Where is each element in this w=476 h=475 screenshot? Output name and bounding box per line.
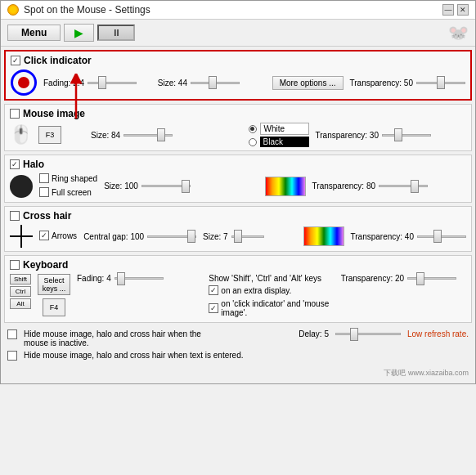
click-indicator-icon	[11, 69, 37, 96]
settings-window: Spot on the Mouse - Settings — ✕ Menu ▶ …	[0, 0, 476, 384]
arrows-row: Arrows	[39, 231, 77, 240]
halo-transparency-group: Transparency: 80	[312, 181, 466, 190]
keyboard-title: Keyboard	[23, 259, 68, 271]
select-keys-button[interactable]: Selectkeys ...	[38, 274, 70, 295]
black-label: Black	[260, 137, 309, 147]
white-label: White	[260, 123, 309, 135]
hide-inactive-checkbox[interactable]	[7, 329, 17, 339]
halo-size-label: Size: 100	[104, 181, 138, 190]
transparency-slider[interactable]	[416, 82, 465, 84]
select-keys-group: Selectkeys ... F4	[38, 274, 70, 316]
f4-box: F4	[43, 298, 65, 316]
crosshair-transparency-label: Transparency: 40	[351, 232, 414, 241]
crosshair-transparency-slider[interactable]	[417, 235, 466, 238]
bottom-section: Hide mouse image, halo and cross hair wh…	[4, 326, 472, 365]
toolbar: Menu ▶ II 🐭	[1, 20, 475, 47]
close-button[interactable]: ✕	[457, 4, 469, 16]
click-indicator-row: on 'click indicator' and 'mouse image'.	[209, 299, 334, 317]
fading-slider[interactable]	[88, 82, 137, 84]
halo-size-group: Size: 100	[104, 181, 258, 190]
full-screen-checkbox[interactable]	[39, 187, 49, 197]
click-indicator-checkbox[interactable]	[11, 56, 20, 65]
hide-inactive-label: Hide mouse image, halo and cross hair wh…	[24, 329, 292, 347]
on-click-label: on 'click indicator' and 'mouse image'.	[221, 299, 334, 317]
mouse-size-label: Size: 84	[91, 131, 120, 140]
crosshair-size-group: Size: 7	[203, 232, 296, 241]
delay-slider[interactable]	[335, 333, 401, 335]
key-labels-group: Shift Ctrl Alt	[10, 274, 31, 309]
keyboard-section: Keyboard Shift Ctrl Alt Selectkeys ... F…	[4, 255, 472, 323]
mouse-size-slider[interactable]	[123, 134, 173, 137]
central-gap-slider[interactable]	[147, 235, 196, 238]
ring-shaped-checkbox[interactable]	[39, 173, 49, 183]
title-bar: Spot on the Mouse - Settings — ✕	[1, 1, 475, 20]
arrows-checkbox[interactable]	[39, 231, 49, 240]
halo-checkbox[interactable]	[10, 159, 20, 169]
size-label: Size: 44	[158, 78, 187, 87]
low-refresh-label: Low refresh rate.	[407, 329, 469, 338]
more-options-button[interactable]: More options ...	[272, 76, 344, 90]
keyboard-checkbox[interactable]	[10, 260, 20, 270]
black-radio-item[interactable]: Black	[249, 137, 309, 147]
crosshair-color-picker[interactable]	[303, 226, 344, 246]
extra-display-checkbox[interactable]	[209, 285, 218, 295]
content-area: Click indicator Fading: 2.4 Size: 44 Mor…	[1, 47, 475, 383]
ctrl-key: Ctrl	[10, 286, 31, 297]
halo-transparency-label: Transparency: 80	[312, 181, 375, 190]
color-radio-group: White Black	[249, 123, 309, 147]
keyboard-transparency-label: Transparency: 20	[341, 274, 404, 283]
f4-label: F4	[50, 303, 59, 311]
watermark-text: 下载吧 www.xiazaiba.com	[384, 369, 469, 377]
hide-text-checkbox[interactable]	[7, 351, 17, 361]
central-gap-group: Central gap: 100	[83, 232, 196, 241]
white-radio-item[interactable]: White	[249, 123, 309, 135]
app-icon	[7, 4, 19, 16]
click-indicator-title: Click indicator	[24, 55, 92, 66]
hide-inactive-row: Hide mouse image, halo and cross hair wh…	[7, 329, 469, 347]
keyboard-transparency-slider[interactable]	[407, 277, 456, 280]
black-radio[interactable]	[249, 138, 257, 146]
crosshair-title: Cross hair	[23, 210, 71, 222]
keyboard-options: Show 'Shift', 'Ctrl' and 'Alt' keys on a…	[209, 274, 334, 319]
menu-button[interactable]: Menu	[7, 25, 61, 41]
full-screen-label: Full screen	[52, 188, 92, 197]
halo-color-picker[interactable]	[265, 177, 306, 196]
crosshair-transparency-group: Transparency: 40	[351, 232, 466, 241]
crosshair-icon	[10, 225, 33, 248]
pause-button[interactable]: II	[97, 25, 135, 41]
delay-label: Delay: 5	[299, 329, 329, 338]
shift-key: Shift	[10, 274, 31, 285]
crosshair-section: Cross hair Arrows Central gap: 100 Size:…	[4, 206, 472, 252]
extra-display-row: on an extra display.	[209, 285, 334, 295]
minimize-button[interactable]: —	[442, 4, 454, 16]
ring-shaped-label: Ring shaped	[52, 174, 97, 183]
arrows-label: Arrows	[52, 231, 77, 240]
watermark-area: 下载吧 www.xiazaiba.com	[4, 365, 472, 380]
window-title: Spot on the Mouse - Settings	[24, 4, 150, 16]
crosshair-size-slider[interactable]	[231, 235, 264, 238]
halo-options: Ring shaped Full screen	[39, 173, 97, 199]
central-gap-label: Central gap: 100	[83, 232, 144, 241]
white-radio[interactable]	[249, 125, 257, 133]
extra-display-label: on an extra display.	[221, 286, 291, 295]
show-keys-label: Show 'Shift', 'Ctrl' and 'Alt' keys	[209, 274, 334, 283]
f3-label: F3	[46, 131, 55, 139]
play-button[interactable]: ▶	[64, 24, 94, 42]
ring-shaped-row: Ring shaped	[39, 173, 97, 183]
mouse-transparency-slider[interactable]	[382, 134, 431, 137]
hide-text-row: Hide mouse image, halo and cross hair wh…	[7, 351, 469, 361]
size-slider[interactable]	[191, 82, 240, 84]
size-group: Size: 44	[158, 78, 266, 87]
mouse-image-checkbox[interactable]	[10, 109, 20, 119]
click-icon-inner	[18, 77, 29, 88]
on-click-checkbox[interactable]	[209, 303, 218, 313]
halo-title: Halo	[23, 159, 44, 170]
mouse-transparency-label: Transparency: 30	[316, 131, 379, 140]
keyboard-fading-slider[interactable]	[115, 277, 164, 280]
crosshair-checkbox[interactable]	[10, 211, 20, 221]
halo-transparency-slider[interactable]	[379, 185, 428, 187]
halo-icon	[10, 175, 33, 198]
mouse-icon: 🖱️	[10, 124, 32, 146]
halo-size-slider[interactable]	[141, 185, 191, 187]
full-screen-row: Full screen	[39, 187, 97, 197]
